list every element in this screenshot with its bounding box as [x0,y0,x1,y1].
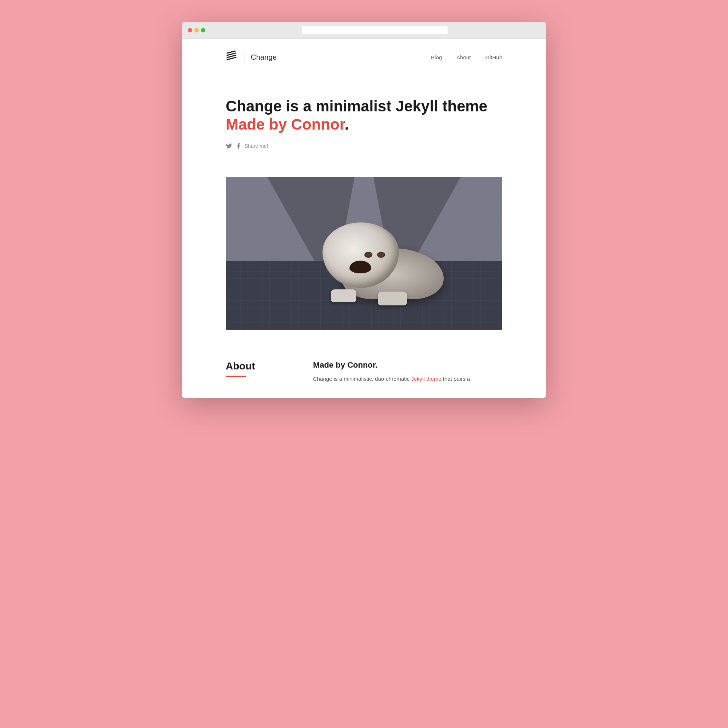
dog-paw-right [378,292,407,305]
dot-minimize[interactable] [194,28,199,32]
about-section: About Made by Connor. Change is a minima… [182,337,546,398]
about-content-text: Change is a minimalistic, duo-chromatic … [313,374,502,384]
nav-link-github[interactable]: GitHub [485,54,502,60]
dog-eye-left [364,252,372,258]
hero-title: Change is a minimalist Jekyll theme Made… [226,97,502,134]
nav-link-about[interactable]: About [456,54,471,60]
browser-window: Change Blog About GitHub Change is a min… [182,22,546,398]
dot-maximize[interactable] [201,28,205,32]
browser-dots [188,28,205,32]
dog-nose [349,261,371,273]
page-content: Change Blog About GitHub Change is a min… [182,39,546,398]
hero-title-highlight: Made by Connor [226,116,345,133]
share-label: Share me! [245,143,268,149]
dog-head [323,222,402,292]
share-row: Share me! [226,143,502,149]
dog-eye-right [377,252,385,258]
facebook-icon[interactable] [235,143,242,149]
dog-head-shape [323,222,399,288]
about-heading-underline [226,376,246,377]
site-brand: Change [226,50,277,64]
hero-image-container [226,177,502,330]
brand-divider [245,52,245,62]
dot-close[interactable] [188,28,192,32]
brand-logo-icon [226,50,239,64]
about-heading-col: About [226,359,298,384]
site-nav: Blog About GitHub [431,54,502,60]
about-content-col: Made by Connor. Change is a minimalistic… [313,359,502,384]
about-heading: About [226,360,298,372]
hero-image [226,177,502,330]
about-content-title: Made by Connor. [313,360,502,370]
browser-chrome [182,22,546,39]
twitter-icon[interactable] [226,143,232,149]
dog-paw-left [331,289,356,302]
dog-scene [226,177,502,330]
about-jekyll-link[interactable]: Jekyll theme [411,376,441,382]
site-header: Change Blog About GitHub [182,39,546,75]
brand-name: Change [251,53,277,61]
nav-link-blog[interactable]: Blog [431,54,442,60]
hero-section: Change is a minimalist Jekyll theme Made… [182,75,546,177]
url-bar[interactable] [302,26,448,34]
